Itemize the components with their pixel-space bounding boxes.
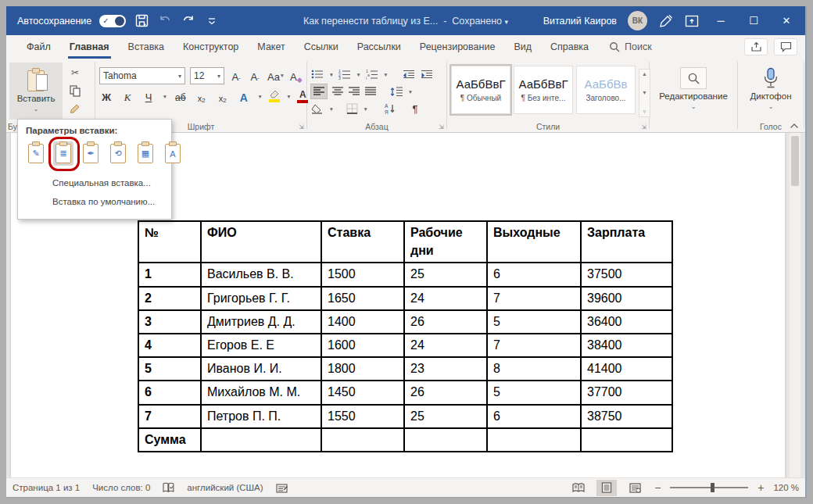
paragraph-dialog-launcher[interactable]: ⇲ (439, 123, 444, 130)
clear-formatting-button[interactable]: А◆ (289, 68, 303, 84)
copy-icon[interactable] (67, 84, 83, 98)
multilevel-list-button[interactable]: 1ai (366, 67, 378, 81)
borders-button[interactable] (346, 102, 358, 116)
numbering-button[interactable]: 123 (338, 67, 351, 81)
shading-button[interactable] (311, 102, 324, 116)
font-size-combo[interactable]: 12▾ (190, 67, 224, 84)
tab-design[interactable]: Конструктор (174, 35, 248, 59)
undo-icon[interactable] (157, 13, 173, 29)
align-left-button[interactable] (311, 84, 327, 98)
col-workdays: Рабочие дни (404, 221, 487, 263)
tab-view[interactable]: Вид (504, 35, 541, 59)
scrollbar-thumb[interactable] (791, 136, 799, 186)
close-button[interactable]: ✕ (775, 11, 797, 31)
autosave-toggle[interactable]: ✓ (99, 15, 126, 27)
special-paste-menu-item[interactable]: Специальная вставка... (26, 173, 163, 192)
tab-references[interactable]: Ссылки (295, 35, 348, 59)
paste-option-link-source[interactable]: ⟲ (108, 141, 128, 166)
text-effects-button[interactable]: А (237, 88, 251, 104)
strikethrough-button[interactable]: аб (174, 88, 188, 104)
justify-button[interactable] (365, 84, 376, 98)
tab-help[interactable]: Справка (541, 35, 598, 59)
subscript-button[interactable]: x2 (195, 88, 209, 104)
vertical-scrollbar[interactable] (790, 133, 800, 477)
zoom-in-button[interactable]: + (756, 481, 765, 494)
ribbon-display-options-icon[interactable] (685, 15, 699, 27)
zoom-slider-thumb[interactable] (711, 483, 715, 492)
style-card-heading[interactable]: АаБбВв Заголово... (576, 66, 636, 114)
shrink-font-button[interactable]: Аˇ (248, 68, 262, 84)
style-card-no-spacing[interactable]: АаБбВвГ ¶ Без инте... (514, 66, 573, 114)
read-mode-button[interactable] (568, 480, 589, 496)
font-color-button[interactable]: А (297, 90, 308, 103)
redo-icon[interactable] (181, 13, 196, 29)
maximize-button[interactable]: ☐ (743, 11, 765, 31)
print-layout-button[interactable] (596, 480, 617, 496)
search-box[interactable]: Поиск (609, 41, 652, 52)
underline-button[interactable]: Ч (141, 88, 156, 104)
paste-option-picture[interactable]: ▦ (135, 141, 156, 166)
table-row: 6 Михайлов М. М. 1450 26 5 37700 (138, 381, 672, 404)
document-table[interactable]: № ФИО Ставка Рабочие дни Выходные Зарпла… (138, 220, 673, 452)
tab-insert[interactable]: Вставка (119, 35, 174, 59)
clipboard-brush-icon: ✒ (83, 144, 98, 163)
style-card-normal[interactable]: АаБбВвГ ¶ Обычный (451, 66, 510, 114)
dictate-button[interactable]: Диктофон ⌄ (742, 63, 800, 110)
highlight-button[interactable] (269, 90, 280, 102)
format-painter-icon[interactable] (67, 102, 83, 116)
sort-button[interactable]: АЯ (385, 102, 397, 116)
editing-button[interactable]: Редактирование ⌄ (654, 63, 733, 110)
tab-review[interactable]: Рецензирование (410, 35, 505, 59)
align-center-button[interactable] (332, 84, 343, 98)
language-indicator[interactable]: английский (США) (187, 483, 263, 492)
zoom-slider[interactable] (670, 487, 748, 488)
bullets-button[interactable] (311, 67, 324, 81)
default-paste-menu-item[interactable]: Вставка по умолчанию... (26, 192, 163, 211)
minimize-button[interactable]: ─ (710, 11, 732, 31)
paste-option-merge-formatting[interactable]: ✒ (81, 141, 101, 166)
show-paragraph-marks-button[interactable]: ¶ (413, 102, 418, 116)
align-right-button[interactable] (349, 84, 360, 98)
decrease-indent-button[interactable] (403, 67, 415, 81)
macro-shortcuts-icon[interactable] (276, 483, 288, 493)
line-spacing-button[interactable] (390, 84, 403, 98)
font-name-combo[interactable]: Tahoma▾ (99, 67, 185, 84)
superscript-button[interactable]: x2 (216, 88, 230, 104)
paste-option-keep-text-only[interactable]: А (163, 141, 183, 166)
grow-font-button[interactable]: Аˆ (229, 68, 243, 84)
bold-button[interactable]: Ж (99, 88, 113, 104)
tab-mailings[interactable]: Рассылки (348, 35, 410, 59)
tab-file[interactable]: Файл (17, 35, 60, 59)
save-icon[interactable] (134, 13, 149, 29)
avatar[interactable]: ВК (628, 11, 647, 30)
increase-indent-button[interactable] (421, 67, 433, 81)
paste-option-keep-source-formatting[interactable]: ✎ (26, 141, 46, 166)
user-name[interactable]: Виталий Каиров (543, 16, 617, 27)
zoom-level[interactable]: 120 % (773, 483, 799, 492)
web-layout-button[interactable] (625, 480, 645, 496)
word-count[interactable]: Число слов: 0 (92, 483, 150, 492)
ink-pen-icon[interactable] (658, 14, 674, 28)
collapse-ribbon-icon[interactable] (790, 123, 799, 129)
italic-button[interactable]: К (120, 88, 134, 104)
proofing-icon[interactable] (163, 482, 174, 493)
styles-scroll-up-icon[interactable]: ▲ (642, 71, 647, 77)
customize-qat-icon[interactable] (204, 13, 220, 29)
page-indicator[interactable]: Страница 1 из 1 (13, 483, 80, 492)
paste-button[interactable]: Вставить ⌄ (9, 63, 63, 120)
font-dialog-launcher[interactable]: ⇲ (299, 123, 304, 130)
change-case-button[interactable]: Аа▾ (267, 68, 285, 84)
share-button[interactable] (744, 38, 768, 55)
comments-button[interactable] (774, 38, 797, 55)
zoom-out-button[interactable]: − (653, 481, 662, 494)
styles-more-icon[interactable]: ▿ (643, 109, 646, 115)
paste-option-use-destination-styles[interactable]: ≣ (53, 141, 73, 166)
styles-scrollbar[interactable]: ▲ ▼ ▿ (639, 69, 650, 117)
tab-home[interactable]: Главная (60, 35, 119, 59)
cut-icon[interactable]: ✂ (67, 66, 83, 80)
tab-layout[interactable]: Макет (248, 35, 294, 59)
table-row: 1 Васильев В. В. 1500 25 6 37500 (138, 263, 672, 286)
styles-scroll-down-icon[interactable]: ▼ (642, 90, 647, 95)
underline-dropdown[interactable]: ▾ (163, 93, 167, 100)
styles-dialog-launcher[interactable]: ⇲ (641, 123, 646, 130)
